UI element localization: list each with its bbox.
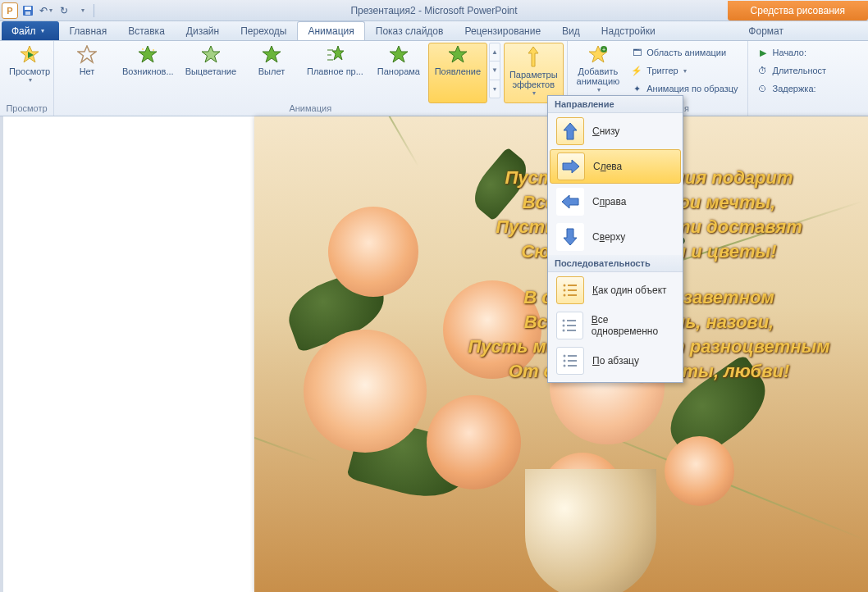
sequence-label: Все одновременно xyxy=(592,314,674,337)
animation-gallery[interactable]: Нет Возникнов... Выцветание Вылет Плавно… xyxy=(57,43,500,103)
sequence-by-paragraph[interactable]: По абзацу xyxy=(550,344,681,378)
tab-file[interactable]: Файл xyxy=(2,21,59,40)
list-group-icon xyxy=(556,276,584,304)
app-icon[interactable]: P xyxy=(2,2,18,19)
svg-rect-28 xyxy=(568,289,577,291)
tab-transitions[interactable]: Переходы xyxy=(230,21,297,40)
anim-fade[interactable]: Выцветание xyxy=(180,43,242,103)
svg-marker-9 xyxy=(202,46,220,62)
tab-addins[interactable]: Надстройки xyxy=(591,21,666,40)
sequence-as-one-object[interactable]: Как один объект xyxy=(550,273,681,307)
rose-decor xyxy=(665,436,734,506)
direction-label: Справа xyxy=(592,196,626,207)
anim-split[interactable]: Панорама xyxy=(369,43,428,103)
svg-point-41 xyxy=(564,365,566,367)
trigger-icon: ⚡ xyxy=(630,64,643,77)
qat-customize-icon[interactable]: ▾ xyxy=(74,2,90,19)
tab-view[interactable]: Вид xyxy=(551,21,591,40)
arrow-up-icon xyxy=(556,117,584,145)
svg-point-25 xyxy=(564,285,566,287)
painter-icon: ✦ xyxy=(630,82,643,95)
anim-float-label: Плавное пр... xyxy=(307,66,363,76)
svg-marker-21 xyxy=(564,123,577,139)
direction-from-bottom[interactable]: Снизу xyxy=(550,114,681,148)
svg-rect-42 xyxy=(568,365,577,367)
svg-marker-10 xyxy=(263,46,281,62)
rose-decor xyxy=(304,330,427,453)
anim-appear[interactable]: Возникнов... xyxy=(116,43,180,103)
timing-duration-label: Длительност xyxy=(773,66,827,75)
slide-canvas-area[interactable]: Пусть день рождения подарит Всё то, о чё… xyxy=(3,116,868,592)
gallery-more-icon[interactable]: ▾ xyxy=(490,80,500,98)
svg-point-31 xyxy=(563,320,565,322)
svg-marker-17 xyxy=(528,47,538,66)
preview-button[interactable]: Просмотр ▾ xyxy=(3,43,56,103)
arrow-left-icon xyxy=(556,188,584,216)
star-play-icon xyxy=(20,45,39,65)
effect-options-icon xyxy=(522,45,545,68)
tab-design[interactable]: Дизайн xyxy=(176,21,230,40)
svg-point-39 xyxy=(564,360,566,362)
group-animation-label: Анимация xyxy=(54,103,567,116)
tab-review[interactable]: Рецензирование xyxy=(454,21,551,40)
star-fly-icon xyxy=(262,45,281,65)
anim-float[interactable]: Плавное пр... xyxy=(301,43,369,103)
svg-rect-40 xyxy=(568,360,577,362)
tab-slideshow[interactable]: Показ слайдов xyxy=(365,21,455,40)
tab-insert[interactable]: Вставка xyxy=(117,21,176,40)
clock-icon: ⏱ xyxy=(756,64,770,77)
svg-point-37 xyxy=(564,355,566,357)
svg-point-27 xyxy=(564,289,566,292)
svg-marker-14 xyxy=(332,46,344,60)
direction-from-left[interactable]: Слева xyxy=(550,149,681,184)
timing-start[interactable]: ▶Начало: xyxy=(756,44,827,61)
timing-duration[interactable]: ⏱Длительност xyxy=(756,62,827,79)
menu-header-direction: Направление xyxy=(548,96,683,113)
group-preview: Просмотр ▾ Просмотр xyxy=(0,41,54,116)
add-animation-label: Добавить анимацию xyxy=(577,66,620,86)
branch-decor xyxy=(336,116,419,167)
star-split-icon xyxy=(389,45,409,65)
svg-text:+: + xyxy=(602,47,605,52)
star-none-icon xyxy=(77,45,97,65)
animation-painter-button[interactable]: ✦Анимация по образцу xyxy=(630,80,738,97)
anim-flyin-label: Вылет xyxy=(258,66,285,76)
direction-from-top[interactable]: Сверху xyxy=(550,220,681,254)
tab-animation[interactable]: Анимация xyxy=(297,21,364,40)
animation-pane-button[interactable]: 🗔Область анимации xyxy=(630,44,738,61)
list-all-icon xyxy=(556,312,583,339)
svg-marker-24 xyxy=(564,229,577,245)
group-timing: ▶Начало: ⏱Длительност ⏲Задержка: xyxy=(748,41,868,116)
tab-home[interactable]: Главная xyxy=(59,21,118,40)
effect-options-button[interactable]: Параметры эффектов ▾ xyxy=(504,43,564,103)
save-icon[interactable] xyxy=(20,2,36,19)
timing-delay[interactable]: ⏲Задержка: xyxy=(756,80,827,97)
undo-icon[interactable]: ↶▾ xyxy=(38,2,54,19)
tab-format[interactable]: Формат xyxy=(738,21,794,40)
svg-point-35 xyxy=(563,330,565,332)
trigger-button[interactable]: ⚡Триггер▾ xyxy=(630,62,738,79)
svg-rect-1 xyxy=(25,7,31,10)
gallery-up-icon[interactable]: ▲ xyxy=(490,43,500,61)
svg-rect-36 xyxy=(567,330,576,331)
svg-marker-15 xyxy=(390,46,408,62)
gallery-down-icon[interactable]: ▼ xyxy=(490,61,500,80)
redo-icon[interactable]: ↻ xyxy=(56,2,72,19)
direction-from-right[interactable]: Справа xyxy=(550,184,681,219)
anim-wipe[interactable]: Появление xyxy=(428,43,487,103)
sequence-all-at-once[interactable]: Все одновременно xyxy=(550,308,681,343)
rose-decor xyxy=(328,207,418,297)
trigger-label: Триггер xyxy=(646,66,678,75)
svg-rect-34 xyxy=(567,325,576,326)
ribbon: Просмотр ▾ Просмотр Нет Возникнов... Выц… xyxy=(0,41,868,116)
svg-point-8 xyxy=(153,49,154,51)
menu-header-sequence: Последовательность xyxy=(548,255,683,272)
svg-marker-5 xyxy=(78,46,96,62)
add-animation-button[interactable]: + Добавить анимацию ▾ xyxy=(571,43,626,103)
svg-marker-6 xyxy=(139,46,157,62)
window-title: Презентация2 - Microsoft PowerPoint xyxy=(350,5,517,16)
anim-flyin[interactable]: Вылет xyxy=(242,43,301,103)
gallery-scroll[interactable]: ▲ ▼ ▾ xyxy=(489,43,500,98)
anim-none[interactable]: Нет xyxy=(57,43,116,103)
anim-split-label: Панорама xyxy=(377,66,420,76)
